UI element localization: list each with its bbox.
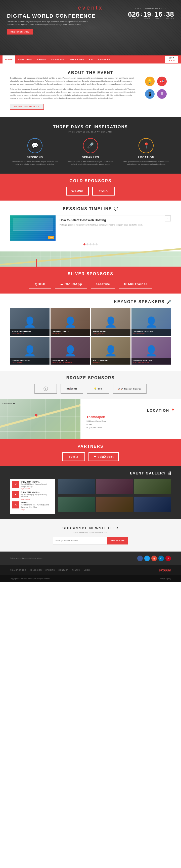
speaker-card-parvez[interactable]: 👤 PARVEZ AKHTER CEO TREASURER (132, 337, 171, 365)
map-grid (0, 251, 181, 267)
footer-nav-credits[interactable]: CREDITS (45, 569, 55, 571)
timeline-dot-2[interactable] (86, 243, 88, 245)
speaker-overlay-anamul: ANAMUL ROUF DESIGNER (50, 329, 90, 336)
gallery-section: EVENT GALLERY 🖼 ✕ Enjoy 2014 Nightly... … (0, 466, 181, 519)
about-text: Curabitur arcu erat, accumsan id imperdi… (10, 76, 136, 110)
speaker-name-ahamed: AHAMED ESHAAN (134, 331, 169, 333)
footer-copyright: Copyright © 2013-2014 ThemeXpert. All ri… (0, 575, 181, 582)
insp-card-location: 📍 LOCATION Nulla quis lorem ut libero ma… (121, 138, 171, 165)
footer-nav-alumni[interactable]: ALUMNI (72, 569, 80, 571)
timeline-card: TIP How to Select Best Web Hosting Picki… (10, 215, 171, 241)
gallery-sidebar-title-1: Enjoy 2014 Nightly... (21, 481, 53, 483)
footer-nav: AS A SPONSOR ADMISSION CREDITS CONTACT A… (0, 565, 181, 575)
timeline-dot-5[interactable] (96, 243, 98, 245)
nav-features[interactable]: FEATURES (15, 56, 34, 63)
bronze-sponsor-3: 💡idea (87, 384, 109, 394)
partner-sportz: sportz (62, 452, 85, 461)
subscribe-email-input[interactable] (53, 537, 107, 545)
about-title: ABOUT THE EVENT (10, 70, 171, 75)
speaker-card-bill[interactable]: 👤 BILL CUPPER PTO BELT (91, 337, 131, 365)
timeline-dot-4[interactable] (93, 243, 95, 245)
gallery-sidebar-icon-1: ✕ (12, 481, 19, 488)
bronze-sponsors-logos: S nt🤖ckit 💡idea 🚀 🚀 Rocket Source (10, 384, 171, 394)
microphone-icon: 🎤 (167, 300, 171, 304)
timeline-screen-decoration (13, 218, 53, 230)
gallery-sidebar-date-2: September 01 (21, 498, 53, 500)
social-linkedin[interactable]: in (158, 556, 164, 561)
timeline-next-arrow[interactable]: › (165, 215, 171, 221)
about-icons-container: 💡 🎯 📱 🖥 (141, 76, 171, 99)
footer-nav-contact[interactable]: CONTACT (58, 569, 68, 571)
logo-text-x: x (99, 4, 103, 11)
location-title: LOCATION (147, 408, 169, 412)
footer-nav-sponsor[interactable]: AS A SPONSOR (10, 569, 26, 571)
sessions-icon: 💬 (27, 138, 42, 153)
nav-home[interactable]: HOME (2, 56, 15, 63)
speakers-section: KEYNOTE SPEAKERS 🎤 👤 EDWARD STUART CEO, … (0, 293, 181, 371)
nav-pages[interactable]: PAGES (34, 56, 48, 63)
ticket-label-ticket: TICKET (168, 59, 176, 62)
gallery-sidebar-title-3: #EventX... (21, 501, 53, 504)
footer-logo-bottom: exposé (159, 568, 171, 572)
speakers-header: KEYNOTE SPEAKERS 🎤 (10, 300, 171, 304)
sponsor-frolo: frolo (92, 187, 115, 195)
social-facebook[interactable]: f (137, 556, 143, 561)
nav-speakers[interactable]: SPEAKERS (67, 56, 87, 63)
gold-sponsors-logos: WeWin frolo (10, 187, 171, 195)
speaker-card-ahamed[interactable]: 👤 AHAMED ESHAAN DEVELOPER (132, 308, 171, 336)
gallery-sidebar-tags-3: #Tags (21, 509, 53, 510)
bronze-icon-1: S (43, 386, 48, 391)
about-icon-target: 🎯 (157, 76, 167, 86)
partner-eduxpert: ✦ eduXpert (88, 452, 119, 461)
location-addr-line2: Dhaka (86, 423, 175, 426)
social-pinterest[interactable]: p (166, 556, 171, 561)
about-icons-row-2: 📱 🖥 (145, 89, 167, 99)
gallery-sidebar-item-1: ✕ Enjoy 2014 Nightly... Enjoy 2014 Night… (12, 481, 53, 490)
timeline-section: SESSIONS TIMELINE 💬 TIP How to Select Be… (0, 200, 181, 251)
about-inner: Curabitur arcu erat, accumsan id imperdi… (10, 76, 171, 110)
social-googleplus[interactable]: g (151, 556, 157, 561)
nav-presets[interactable]: PRESETS (95, 56, 113, 63)
check-details-button[interactable]: CHECK FOR DETAILS (10, 104, 44, 110)
speaker-card-anamul[interactable]: 👤 ANAMUL ROUF DESIGNER (50, 308, 90, 336)
about-icon-mobile: 📱 (145, 89, 155, 99)
silver-sponsors-section: SILVER SPONSORS QBBX ☁ CloudApp creative… (0, 267, 181, 293)
nav-sessions[interactable]: SESSIONS (48, 56, 67, 63)
timeline-dot-1[interactable] (83, 243, 85, 245)
map-strip-inner (0, 251, 181, 267)
gallery-title: EVENT GALLERY (130, 471, 166, 475)
footer-follow-text: Follow us and stay updated about all our… (10, 557, 43, 559)
svg-text:S: S (45, 388, 46, 390)
speakers-grid: 👤 EDWARD STUART CEO, SPORTS 👤 ANAMUL ROU… (10, 308, 171, 365)
speaker-card-edward[interactable]: 👤 EDWARD STUART CEO, SPORTS (10, 308, 49, 336)
speaker-role-mark: COO, EVENTX (93, 333, 129, 335)
speaker-card-mosharrof[interactable]: 👤 MOSHARROF MINISTER OF EMILIARY (50, 337, 90, 365)
speaker-role-james: CEO, INTEL (12, 362, 47, 363)
subscribe-title: SUBSCRIBE NEWSLETTER (10, 526, 171, 530)
about-icons-row-1: 💡 🎯 (145, 76, 167, 86)
speakers-insp-title: SPEAKERS (66, 156, 115, 159)
bronze-sponsor-4: 🚀 🚀 Rocket Source (113, 384, 147, 394)
gallery-sidebar: ✕ Enjoy 2014 Nightly... Enjoy 2014 Night… (10, 479, 55, 514)
register-button[interactable]: REGISTER NOW (7, 29, 33, 34)
footer-nav-media[interactable]: MEDIA (84, 569, 90, 571)
about-icon-screen: 🖥 (157, 89, 167, 99)
subscribe-section: SUBSCRIBE NEWSLETTER Follow us and stay … (0, 519, 181, 552)
hero-content: eventx DIGITAL WORLD CONFERENCE Cras ult… (0, 0, 181, 39)
get-ticket-button[interactable]: GET A TICKET (165, 56, 179, 63)
gallery-sidebar-text-3: #EventX Eventx 2014 #Event @Events Hallo… (21, 504, 53, 508)
speaker-card-james[interactable]: 👤 JAMES WATSON CEO, INTEL (10, 337, 49, 365)
timeline-dot-3[interactable] (89, 243, 92, 245)
nav-kb[interactable]: KB (86, 56, 95, 63)
location-addr-line1: 954 Lake Circus Road (86, 420, 175, 423)
gallery-photo-3 (134, 479, 171, 494)
site-logo: eventx (7, 4, 174, 11)
location-header: LOCATION 📍 (86, 408, 175, 412)
social-twitter[interactable]: t (144, 556, 150, 561)
speaker-card-mark[interactable]: 👤 MARK REUS COO, EVENTX (91, 308, 131, 336)
footer-nav-admission[interactable]: ADMISSION (30, 569, 42, 571)
gallery-photo-1 (58, 479, 95, 494)
about-icon-lightbulb: 💡 (145, 76, 155, 86)
partners-title: PARTNERS (10, 444, 171, 449)
subscribe-button[interactable]: SUBSCRIBE (107, 537, 128, 545)
